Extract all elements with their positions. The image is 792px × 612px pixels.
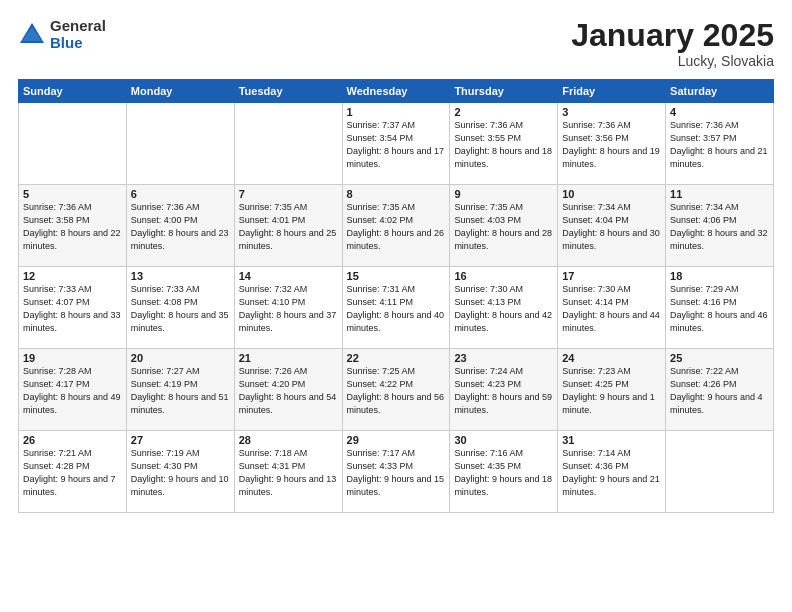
calendar-cell: 3Sunrise: 7:36 AM Sunset: 3:56 PM Daylig… [558,103,666,185]
calendar-cell: 22Sunrise: 7:25 AM Sunset: 4:22 PM Dayli… [342,349,450,431]
day-info: Sunrise: 7:30 AM Sunset: 4:13 PM Dayligh… [454,283,553,335]
calendar-cell: 11Sunrise: 7:34 AM Sunset: 4:06 PM Dayli… [666,185,774,267]
day-number: 7 [239,188,338,200]
day-number: 28 [239,434,338,446]
day-info: Sunrise: 7:29 AM Sunset: 4:16 PM Dayligh… [670,283,769,335]
day-info: Sunrise: 7:28 AM Sunset: 4:17 PM Dayligh… [23,365,122,417]
calendar-cell: 27Sunrise: 7:19 AM Sunset: 4:30 PM Dayli… [126,431,234,513]
col-thursday: Thursday [450,80,558,103]
day-info: Sunrise: 7:18 AM Sunset: 4:31 PM Dayligh… [239,447,338,499]
calendar-cell: 9Sunrise: 7:35 AM Sunset: 4:03 PM Daylig… [450,185,558,267]
calendar-week-3: 19Sunrise: 7:28 AM Sunset: 4:17 PM Dayli… [19,349,774,431]
day-info: Sunrise: 7:34 AM Sunset: 4:04 PM Dayligh… [562,201,661,253]
day-number: 21 [239,352,338,364]
col-friday: Friday [558,80,666,103]
calendar-cell: 10Sunrise: 7:34 AM Sunset: 4:04 PM Dayli… [558,185,666,267]
day-number: 29 [347,434,446,446]
logo-blue-label: Blue [50,35,106,52]
day-info: Sunrise: 7:23 AM Sunset: 4:25 PM Dayligh… [562,365,661,417]
calendar-cell: 12Sunrise: 7:33 AM Sunset: 4:07 PM Dayli… [19,267,127,349]
day-info: Sunrise: 7:36 AM Sunset: 4:00 PM Dayligh… [131,201,230,253]
day-number: 30 [454,434,553,446]
day-number: 18 [670,270,769,282]
calendar-cell: 29Sunrise: 7:17 AM Sunset: 4:33 PM Dayli… [342,431,450,513]
logo-general-label: General [50,18,106,35]
day-info: Sunrise: 7:22 AM Sunset: 4:26 PM Dayligh… [670,365,769,417]
calendar-cell: 23Sunrise: 7:24 AM Sunset: 4:23 PM Dayli… [450,349,558,431]
calendar-cell: 8Sunrise: 7:35 AM Sunset: 4:02 PM Daylig… [342,185,450,267]
day-info: Sunrise: 7:37 AM Sunset: 3:54 PM Dayligh… [347,119,446,171]
calendar-cell: 1Sunrise: 7:37 AM Sunset: 3:54 PM Daylig… [342,103,450,185]
calendar-week-4: 26Sunrise: 7:21 AM Sunset: 4:28 PM Dayli… [19,431,774,513]
calendar-cell: 5Sunrise: 7:36 AM Sunset: 3:58 PM Daylig… [19,185,127,267]
day-number: 6 [131,188,230,200]
calendar-week-1: 5Sunrise: 7:36 AM Sunset: 3:58 PM Daylig… [19,185,774,267]
logo: General Blue [18,18,106,51]
calendar-cell: 31Sunrise: 7:14 AM Sunset: 4:36 PM Dayli… [558,431,666,513]
day-info: Sunrise: 7:35 AM Sunset: 4:02 PM Dayligh… [347,201,446,253]
day-number: 16 [454,270,553,282]
day-info: Sunrise: 7:33 AM Sunset: 4:07 PM Dayligh… [23,283,122,335]
day-number: 14 [239,270,338,282]
day-number: 19 [23,352,122,364]
day-number: 4 [670,106,769,118]
calendar-cell: 24Sunrise: 7:23 AM Sunset: 4:25 PM Dayli… [558,349,666,431]
calendar-cell: 7Sunrise: 7:35 AM Sunset: 4:01 PM Daylig… [234,185,342,267]
calendar-cell: 28Sunrise: 7:18 AM Sunset: 4:31 PM Dayli… [234,431,342,513]
calendar-cell: 30Sunrise: 7:16 AM Sunset: 4:35 PM Dayli… [450,431,558,513]
day-info: Sunrise: 7:17 AM Sunset: 4:33 PM Dayligh… [347,447,446,499]
col-saturday: Saturday [666,80,774,103]
day-info: Sunrise: 7:27 AM Sunset: 4:19 PM Dayligh… [131,365,230,417]
day-number: 11 [670,188,769,200]
calendar-cell: 6Sunrise: 7:36 AM Sunset: 4:00 PM Daylig… [126,185,234,267]
calendar-cell: 4Sunrise: 7:36 AM Sunset: 3:57 PM Daylig… [666,103,774,185]
day-info: Sunrise: 7:25 AM Sunset: 4:22 PM Dayligh… [347,365,446,417]
header: General Blue January 2025 Lucky, Slovaki… [18,18,774,69]
calendar-cell: 20Sunrise: 7:27 AM Sunset: 4:19 PM Dayli… [126,349,234,431]
svg-marker-1 [22,27,42,41]
calendar-cell: 18Sunrise: 7:29 AM Sunset: 4:16 PM Dayli… [666,267,774,349]
calendar-cell: 13Sunrise: 7:33 AM Sunset: 4:08 PM Dayli… [126,267,234,349]
logo-icon [18,21,46,49]
day-info: Sunrise: 7:36 AM Sunset: 3:58 PM Dayligh… [23,201,122,253]
day-info: Sunrise: 7:21 AM Sunset: 4:28 PM Dayligh… [23,447,122,499]
day-number: 31 [562,434,661,446]
calendar-table: Sunday Monday Tuesday Wednesday Thursday… [18,79,774,513]
calendar-cell: 14Sunrise: 7:32 AM Sunset: 4:10 PM Dayli… [234,267,342,349]
day-number: 24 [562,352,661,364]
day-info: Sunrise: 7:31 AM Sunset: 4:11 PM Dayligh… [347,283,446,335]
day-info: Sunrise: 7:35 AM Sunset: 4:03 PM Dayligh… [454,201,553,253]
calendar-cell [666,431,774,513]
day-number: 15 [347,270,446,282]
day-number: 13 [131,270,230,282]
col-sunday: Sunday [19,80,127,103]
logo-text: General Blue [50,18,106,51]
day-info: Sunrise: 7:16 AM Sunset: 4:35 PM Dayligh… [454,447,553,499]
day-info: Sunrise: 7:34 AM Sunset: 4:06 PM Dayligh… [670,201,769,253]
calendar-cell [234,103,342,185]
day-number: 23 [454,352,553,364]
day-info: Sunrise: 7:24 AM Sunset: 4:23 PM Dayligh… [454,365,553,417]
col-wednesday: Wednesday [342,80,450,103]
day-number: 3 [562,106,661,118]
day-info: Sunrise: 7:33 AM Sunset: 4:08 PM Dayligh… [131,283,230,335]
day-number: 5 [23,188,122,200]
day-info: Sunrise: 7:35 AM Sunset: 4:01 PM Dayligh… [239,201,338,253]
day-number: 26 [23,434,122,446]
calendar-header-row: Sunday Monday Tuesday Wednesday Thursday… [19,80,774,103]
calendar-cell: 19Sunrise: 7:28 AM Sunset: 4:17 PM Dayli… [19,349,127,431]
day-info: Sunrise: 7:36 AM Sunset: 3:55 PM Dayligh… [454,119,553,171]
col-tuesday: Tuesday [234,80,342,103]
day-number: 25 [670,352,769,364]
calendar-cell: 25Sunrise: 7:22 AM Sunset: 4:26 PM Dayli… [666,349,774,431]
day-number: 22 [347,352,446,364]
calendar-cell: 26Sunrise: 7:21 AM Sunset: 4:28 PM Dayli… [19,431,127,513]
day-info: Sunrise: 7:32 AM Sunset: 4:10 PM Dayligh… [239,283,338,335]
day-number: 20 [131,352,230,364]
calendar-cell: 21Sunrise: 7:26 AM Sunset: 4:20 PM Dayli… [234,349,342,431]
day-info: Sunrise: 7:36 AM Sunset: 3:56 PM Dayligh… [562,119,661,171]
page: General Blue January 2025 Lucky, Slovaki… [0,0,792,612]
day-number: 27 [131,434,230,446]
calendar-week-2: 12Sunrise: 7:33 AM Sunset: 4:07 PM Dayli… [19,267,774,349]
calendar-week-0: 1Sunrise: 7:37 AM Sunset: 3:54 PM Daylig… [19,103,774,185]
